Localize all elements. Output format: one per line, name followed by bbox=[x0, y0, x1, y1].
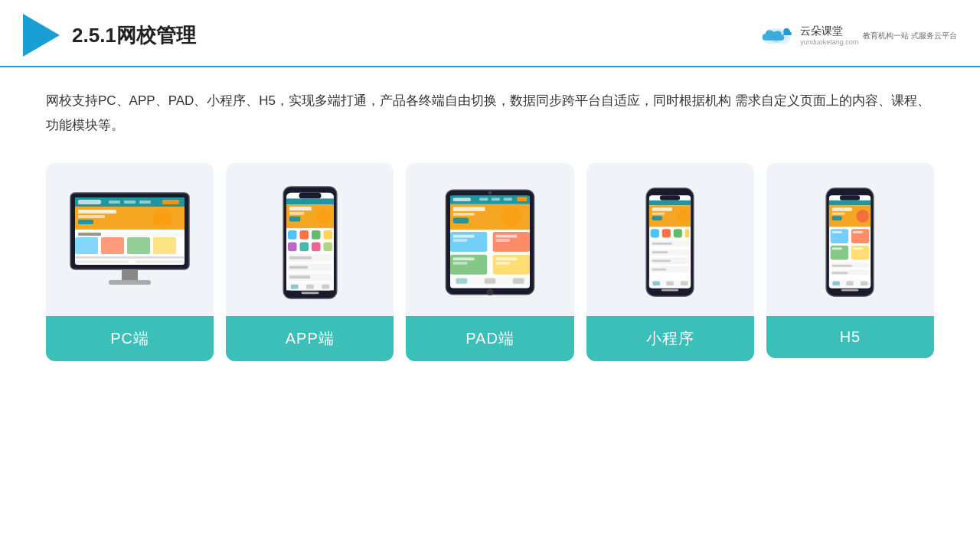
svg-rect-26 bbox=[136, 260, 185, 263]
svg-rect-81 bbox=[495, 258, 517, 261]
page-title: 2.5.1网校管理 bbox=[72, 22, 196, 49]
svg-rect-55 bbox=[322, 284, 329, 289]
svg-point-70 bbox=[501, 207, 521, 227]
svg-rect-93 bbox=[652, 207, 672, 211]
svg-rect-10 bbox=[139, 201, 151, 204]
svg-rect-99 bbox=[674, 229, 682, 237]
svg-point-17 bbox=[155, 223, 170, 230]
svg-rect-20 bbox=[75, 237, 98, 254]
svg-rect-67 bbox=[453, 207, 485, 212]
brand-logo: 云朵课堂 yunduoketang.com 教育机构一站 式服务云平台 bbox=[757, 24, 957, 47]
svg-rect-86 bbox=[513, 278, 524, 283]
svg-rect-130 bbox=[853, 248, 863, 250]
svg-rect-84 bbox=[456, 278, 467, 283]
pc-label: PC端 bbox=[46, 316, 214, 361]
svg-rect-126 bbox=[853, 231, 863, 233]
svg-rect-35 bbox=[289, 211, 304, 214]
phone-h5-icon bbox=[822, 187, 877, 298]
svg-rect-38 bbox=[288, 230, 297, 240]
svg-point-87 bbox=[487, 289, 492, 295]
svg-rect-108 bbox=[652, 269, 667, 271]
svg-point-37 bbox=[316, 209, 331, 223]
brand-tagline: 教育机构一站 式服务云平台 bbox=[863, 31, 957, 41]
h5-label: H5 bbox=[766, 316, 934, 358]
svg-rect-14 bbox=[78, 215, 105, 218]
svg-rect-134 bbox=[832, 272, 848, 274]
app-label: APP端 bbox=[226, 316, 394, 361]
h5-image-area bbox=[766, 163, 934, 316]
svg-rect-138 bbox=[861, 282, 867, 286]
svg-rect-102 bbox=[652, 243, 672, 245]
svg-rect-49 bbox=[289, 266, 308, 269]
svg-rect-25 bbox=[75, 260, 129, 263]
svg-rect-79 bbox=[453, 262, 468, 265]
svg-rect-98 bbox=[662, 229, 671, 237]
svg-rect-76 bbox=[495, 239, 510, 242]
svg-rect-124 bbox=[832, 231, 842, 233]
pc-image-area bbox=[46, 163, 214, 316]
header: 2.5.1网校管理 云朵课堂 yunduoketang.com bbox=[0, 0, 980, 67]
svg-rect-31 bbox=[299, 192, 321, 198]
svg-rect-117 bbox=[829, 201, 871, 206]
svg-rect-139 bbox=[841, 289, 858, 292]
svg-rect-68 bbox=[453, 213, 475, 216]
svg-point-59 bbox=[488, 191, 492, 195]
svg-rect-43 bbox=[299, 242, 309, 251]
pc-card: PC端 bbox=[46, 163, 214, 361]
svg-rect-104 bbox=[652, 251, 668, 253]
svg-rect-90 bbox=[660, 195, 680, 201]
phone-app-icon bbox=[279, 185, 341, 300]
pad-label: PAD端 bbox=[406, 316, 573, 361]
svg-rect-106 bbox=[652, 260, 671, 262]
svg-rect-39 bbox=[299, 230, 309, 240]
svg-rect-91 bbox=[649, 201, 691, 206]
svg-rect-54 bbox=[306, 284, 314, 289]
svg-rect-44 bbox=[312, 242, 321, 251]
svg-rect-112 bbox=[681, 282, 688, 286]
svg-rect-97 bbox=[651, 229, 659, 237]
svg-rect-94 bbox=[652, 213, 665, 215]
svg-point-122 bbox=[857, 210, 870, 223]
svg-rect-24 bbox=[75, 256, 185, 259]
svg-rect-8 bbox=[109, 201, 120, 204]
svg-rect-41 bbox=[323, 230, 332, 240]
svg-rect-116 bbox=[840, 195, 860, 201]
svg-rect-61 bbox=[453, 198, 471, 202]
miniapp-label: 小程序 bbox=[586, 316, 754, 361]
svg-rect-36 bbox=[289, 216, 301, 221]
svg-rect-73 bbox=[453, 239, 468, 242]
svg-rect-47 bbox=[289, 256, 312, 259]
svg-rect-132 bbox=[832, 265, 852, 267]
svg-rect-69 bbox=[453, 218, 469, 223]
svg-rect-7 bbox=[78, 200, 101, 204]
svg-rect-19 bbox=[78, 233, 101, 236]
svg-rect-62 bbox=[479, 198, 488, 201]
svg-rect-21 bbox=[101, 237, 124, 254]
svg-rect-110 bbox=[653, 282, 660, 286]
pad-card: PAD端 bbox=[406, 163, 573, 361]
svg-rect-42 bbox=[288, 242, 297, 251]
svg-rect-53 bbox=[291, 284, 299, 289]
svg-rect-100 bbox=[685, 229, 690, 237]
pad-image-area bbox=[406, 163, 573, 316]
cloud-icon bbox=[757, 24, 795, 47]
svg-rect-95 bbox=[652, 216, 662, 220]
svg-rect-136 bbox=[833, 282, 840, 286]
svg-rect-45 bbox=[323, 242, 332, 251]
svg-rect-27 bbox=[122, 269, 138, 282]
brand-name: 云朵课堂 bbox=[800, 24, 858, 38]
brand-url: yunduoketang.com bbox=[800, 38, 858, 46]
h5-card: H5 bbox=[766, 163, 934, 358]
header-right: 云朵课堂 yunduoketang.com 教育机构一站 式服务云平台 bbox=[757, 24, 957, 47]
svg-rect-128 bbox=[832, 248, 842, 250]
svg-rect-137 bbox=[847, 282, 854, 286]
description-text: 网校支持PC、APP、PAD、小程序、H5，实现多端打通，产品各终端自由切换，数… bbox=[46, 89, 934, 139]
svg-rect-56 bbox=[301, 292, 318, 294]
svg-rect-22 bbox=[127, 237, 150, 254]
svg-rect-111 bbox=[667, 282, 674, 286]
svg-rect-23 bbox=[153, 237, 176, 254]
svg-rect-82 bbox=[495, 262, 510, 265]
svg-rect-11 bbox=[162, 200, 179, 204]
svg-rect-85 bbox=[485, 278, 496, 283]
svg-point-96 bbox=[677, 210, 690, 223]
